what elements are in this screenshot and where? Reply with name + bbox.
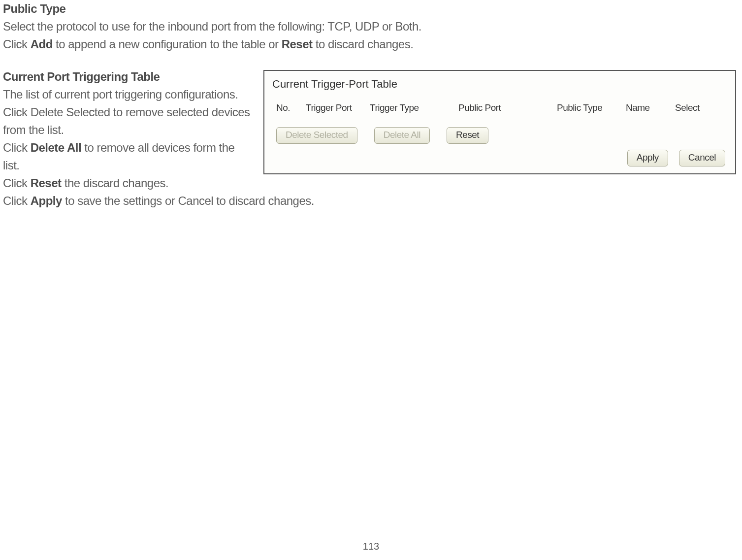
col-trigger-port: Trigger Port — [306, 101, 370, 115]
col-trigger-type: Trigger Type — [370, 101, 458, 115]
text-line: Click Apply to save the settings or Canc… — [3, 192, 739, 210]
col-public-type: Public Type — [557, 101, 626, 115]
text-line: Click Reset the discard changes. — [3, 174, 739, 192]
heading-public-type: Public Type — [3, 0, 739, 18]
bold-reset: Reset — [282, 37, 313, 51]
text-fragment: Click — [3, 37, 31, 51]
bold-add: Add — [31, 37, 53, 51]
text-fragment: Click — [3, 176, 31, 190]
panel-title: Current Trigger-Port Table — [271, 76, 728, 92]
bold-apply: Apply — [31, 194, 62, 207]
text-line: Select the protocol to use for the inbou… — [3, 18, 739, 35]
text-fragment: to discard changes. — [313, 37, 414, 51]
button-row-top: Delete Selected Delete All Reset — [271, 127, 728, 144]
col-name: Name — [626, 101, 675, 115]
col-no: No. — [276, 101, 306, 115]
text-fragment: Click — [3, 141, 31, 154]
col-select: Select — [675, 101, 710, 115]
cancel-button[interactable]: Cancel — [679, 150, 725, 166]
text-fragment: Click — [3, 194, 31, 207]
text-fragment: the discard changes. — [62, 176, 169, 190]
trigger-port-panel: Current Trigger-Port Table No. Trigger P… — [263, 70, 736, 174]
text-fragment: to save the settings or Cancel to discar… — [62, 194, 314, 207]
bold-delete-all: Delete All — [31, 141, 81, 154]
delete-all-button[interactable]: Delete All — [374, 127, 430, 144]
page-number: 113 — [0, 541, 742, 552]
bold-reset-2: Reset — [31, 176, 62, 190]
column-headers: No. Trigger Port Trigger Type Public Por… — [271, 101, 728, 127]
text-line: Click Add to append a new configuration … — [3, 35, 739, 53]
apply-button[interactable]: Apply — [627, 150, 668, 166]
button-row-bottom: Apply Cancel — [271, 150, 728, 166]
col-public-port: Public Port — [458, 101, 557, 115]
text-fragment: to append a new configuration to the tab… — [53, 37, 282, 51]
delete-selected-button[interactable]: Delete Selected — [276, 127, 357, 144]
reset-button[interactable]: Reset — [447, 127, 488, 144]
